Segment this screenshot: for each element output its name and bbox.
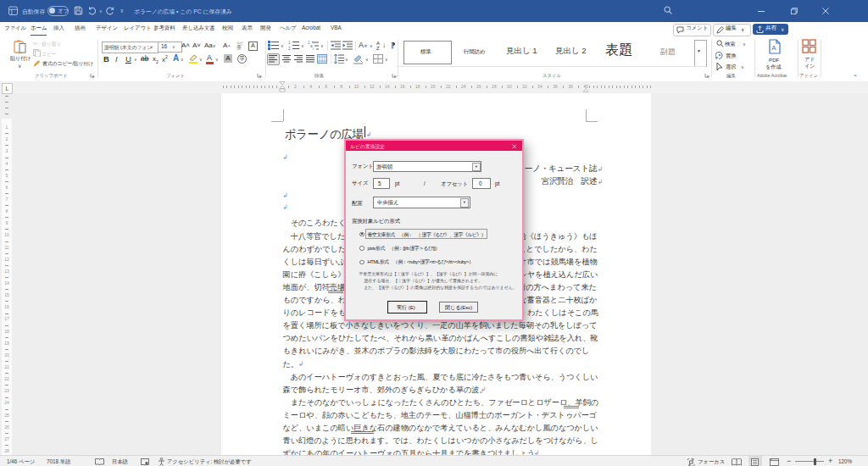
svg-text:2: 2 bbox=[288, 47, 291, 50]
svg-text:i: i bbox=[313, 47, 314, 51]
svg-text:1: 1 bbox=[288, 41, 291, 45]
svg-text:A: A bbox=[771, 44, 776, 52]
